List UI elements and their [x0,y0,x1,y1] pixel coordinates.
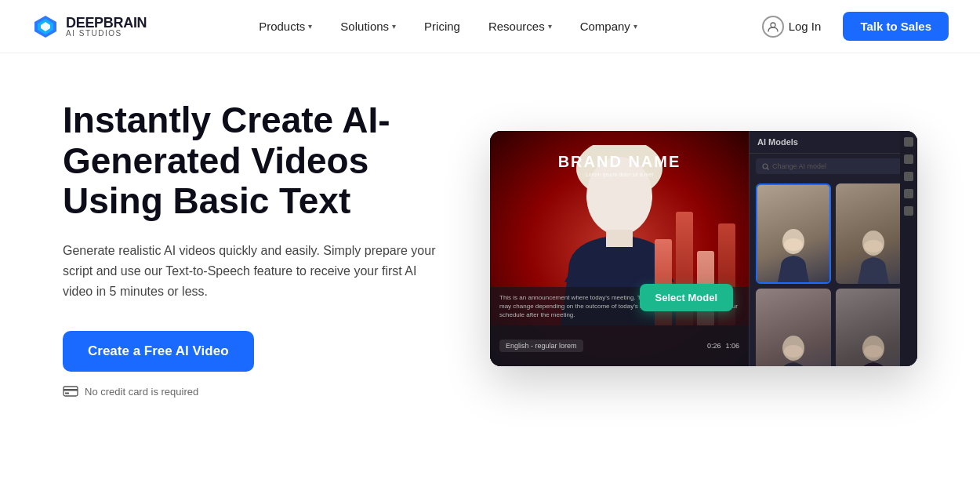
hero-section: Instantly Create AI-Generated Videos Usi… [0,53,980,429]
hero-description: Generate realistic AI videos quickly and… [63,241,439,303]
navbar: DEEPBRAIN AI STUDIOS Products ▾ Solution… [0,0,980,53]
logo-ai-studios: AI STUDIOS [66,30,147,38]
nav-solutions[interactable]: Solutions ▾ [328,13,408,39]
panel-icon-4[interactable] [904,189,913,198]
nav-products[interactable]: Products ▾ [246,13,325,39]
svg-rect-5 [64,389,78,391]
solutions-chevron-icon: ▾ [392,22,396,31]
model-2-avatar [855,229,892,284]
panel-sidebar-icons [900,131,917,366]
svg-point-17 [784,345,803,358]
panel-icon-2[interactable] [904,154,913,164]
svg-line-11 [768,168,769,169]
user-icon [762,16,784,38]
company-chevron-icon: ▾ [633,22,637,31]
talk-to-sales-button[interactable]: Talk to Sales [843,12,949,41]
nav-resources[interactable]: Resources ▾ [476,13,564,39]
svg-rect-4 [64,387,78,396]
language-selector[interactable]: English - regular lorem [499,340,583,352]
svg-point-15 [864,240,883,252]
svg-point-10 [763,164,768,169]
select-model-button[interactable]: Select Model [640,284,733,311]
no-credit-card-note: No credit card is required [63,386,443,398]
video-panel: BRAND NAME Lorem ipsum dolor sit a met [490,131,749,366]
logo-deepbrain: DEEPBRAIN [66,16,147,30]
product-screenshot: BRAND NAME Lorem ipsum dolor sit a met [490,131,917,366]
logo[interactable]: DEEPBRAIN AI STUDIOS [31,13,147,41]
products-label: Products [259,20,305,33]
company-label: Company [580,20,630,33]
solutions-label: Solutions [340,20,389,33]
ai-model-3[interactable] [756,289,831,366]
search-icon [762,163,769,170]
hero-title: Instantly Create AI-Generated Videos Usi… [63,100,443,222]
ai-model-1[interactable] [756,183,831,284]
create-free-video-button[interactable]: Create a Free AI Video [63,331,254,372]
resources-chevron-icon: ▾ [548,22,552,31]
svg-point-19 [864,345,883,358]
model-1-face [757,185,829,282]
ai-models-grid [750,179,917,366]
panel-icon-1[interactable] [904,137,913,147]
pricing-label: Pricing [424,20,460,33]
nav-pricing[interactable]: Pricing [412,13,473,39]
video-time: 0:26 1:06 [707,342,739,350]
svg-rect-6 [65,393,69,394]
no-card-label: No credit card is required [85,386,198,398]
panel-icon-5[interactable] [904,206,913,216]
model-3-avatar [775,334,812,366]
model-1-avatar [775,227,812,282]
ai-models-panel: AI Models Change AI model [749,131,917,366]
svg-point-3 [771,23,775,27]
model-3-face [756,289,831,366]
duration: 1:06 [725,342,739,350]
nav-company[interactable]: Company ▾ [568,13,650,39]
svg-point-13 [784,238,803,251]
hero-right: BRAND NAME Lorem ipsum dolor sit a met [490,131,917,366]
resources-label: Resources [488,20,545,33]
hero-left: Instantly Create AI-Generated Videos Usi… [63,100,443,398]
logo-text: DEEPBRAIN AI STUDIOS [66,16,147,38]
svg-rect-9 [606,230,633,247]
ai-models-search[interactable]: Change AI model [756,158,911,174]
login-button[interactable]: Log In [750,9,834,44]
products-chevron-icon: ▾ [308,22,312,31]
nav-links: Products ▾ Solutions ▾ Pricing Resources… [246,13,650,39]
talk-to-sales-label: Talk to Sales [860,20,931,33]
current-time: 0:26 [707,342,721,350]
nav-actions: Log In Talk to Sales [750,9,949,44]
credit-card-icon [63,386,78,397]
ai-models-header: AI Models [750,131,917,154]
panel-icon-3[interactable] [904,172,913,181]
cta-label: Create a Free AI Video [88,343,229,358]
logo-icon [31,13,60,41]
video-controls-bar: English - regular lorem 0:26 1:06 [490,325,749,366]
login-label: Log In [789,20,822,33]
model-4-avatar [855,334,892,366]
